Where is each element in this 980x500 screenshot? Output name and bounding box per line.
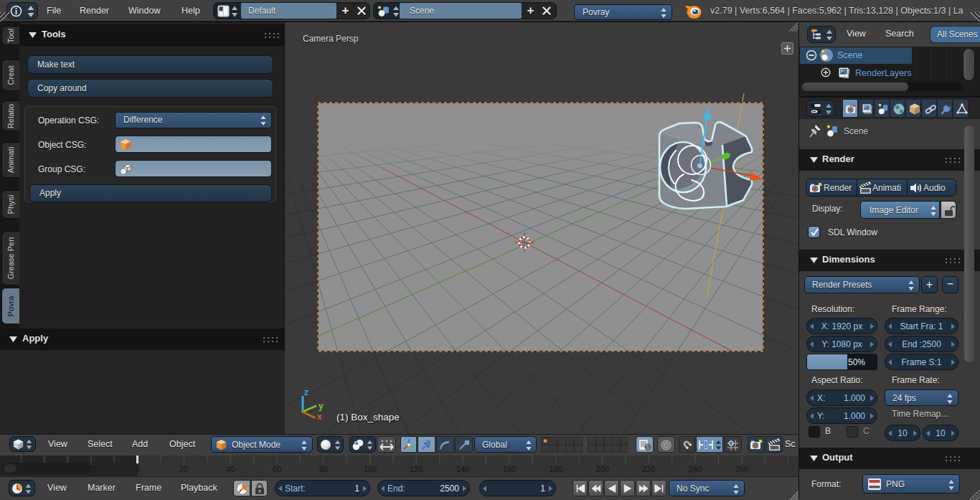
svg-text:z: z (304, 387, 308, 397)
svg-text:y: y (319, 401, 324, 411)
svg-text:x: x (317, 412, 322, 422)
